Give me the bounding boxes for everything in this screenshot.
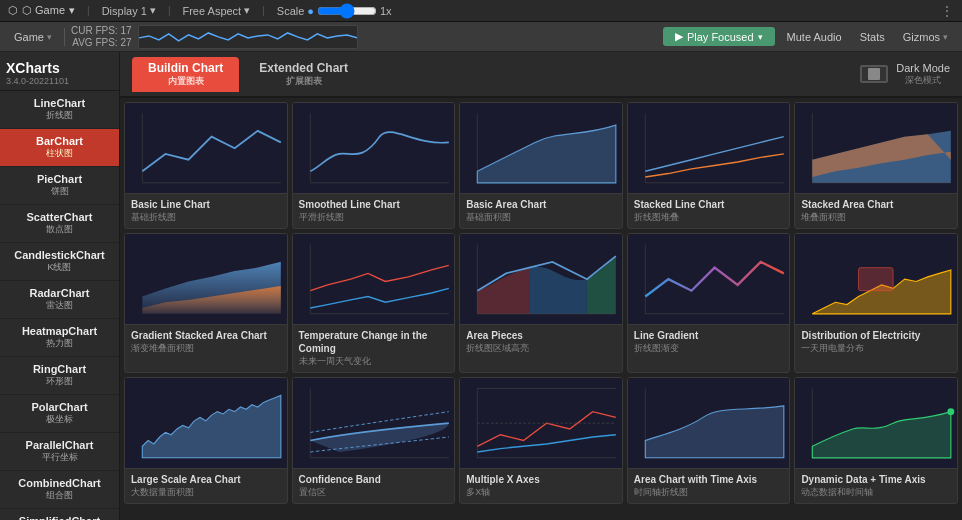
chart-title-2: Basic Area Chart [466, 198, 616, 211]
tab-extended[interactable]: Extended Chart 扩展图表 [243, 57, 364, 92]
sidebar-item-radarchart[interactable]: RadarChart 雷达图 [0, 281, 119, 319]
svg-rect-16 [293, 234, 455, 324]
chart-preview-2 [460, 103, 622, 193]
svg-rect-0 [125, 103, 287, 193]
chart-preview-10 [125, 378, 287, 468]
chart-title-10: Large Scale Area Chart [131, 473, 281, 486]
chart-info-13: Area Chart with Time Axis 时间轴折线图 [628, 468, 790, 503]
chart-card-14[interactable]: Dynamic Data + Time Axis 动态数据和时间轴 [794, 377, 958, 504]
chart-preview-12 [460, 378, 622, 468]
chart-preview-9 [795, 234, 957, 324]
sidebar-item-piechart[interactable]: PieChart 饼图 [0, 167, 119, 205]
mute-audio-button[interactable]: Mute Audio [781, 29, 848, 45]
display-item[interactable]: Display 1 ▾ [102, 4, 156, 17]
play-focused-label: Play Focused [687, 31, 754, 43]
chart-card-0[interactable]: Basic Line Chart 基础折线图 [124, 102, 288, 229]
chart-card-6[interactable]: Temperature Change in the Coming 未来一周天气变… [292, 233, 456, 373]
chart-title-8: Line Gradient [634, 329, 784, 342]
chart-subtitle-12: 多X轴 [466, 486, 616, 499]
scale-value: 1x [380, 5, 392, 17]
scale-slider[interactable] [317, 6, 377, 16]
sidebar-item-ringchart[interactable]: RingChart 环形图 [0, 357, 119, 395]
sidebar-item-parallelchart[interactable]: ParallelChart 平行坐标 [0, 433, 119, 471]
sep2: | [168, 5, 171, 16]
chart-info-10: Large Scale Area Chart 大数据量面积图 [125, 468, 287, 503]
sidebar-scatterchart-sub: 散点图 [8, 223, 111, 236]
chart-subtitle-6: 未来一周天气变化 [299, 355, 449, 368]
os-game-label[interactable]: ⬡ ⬡ Game ▾ [8, 4, 75, 17]
chart-card-2[interactable]: Basic Area Chart 基础面积图 [459, 102, 623, 229]
toolbar-game[interactable]: Game ▾ [8, 29, 58, 45]
sidebar-item-combinedchart[interactable]: CombinedChart 组合图 [0, 471, 119, 509]
gizmos-arrow: ▾ [943, 32, 948, 42]
game-text: ⬡ Game [22, 4, 65, 17]
chart-info-0: Basic Line Chart 基础折线图 [125, 193, 287, 228]
chart-info-4: Stacked Area Chart 堆叠面积图 [795, 193, 957, 228]
tab-buildin[interactable]: Buildin Chart 内置图表 [132, 57, 239, 92]
sidebar-simplifiedchart-title: SimplifiedChart [8, 515, 111, 520]
dark-mode-toggle[interactable]: Dark Mode 深色模式 [860, 62, 950, 87]
chart-subtitle-1: 平滑折线图 [299, 211, 449, 224]
chart-card-1[interactable]: Smoothed Line Chart 平滑折线图 [292, 102, 456, 229]
unity-toolbar: Game ▾ CUR FPS: 17 AVG FPS: 27 ▶ Play Fo… [0, 22, 962, 52]
scale-item: Scale ● 1x [277, 5, 392, 17]
sidebar-piechart-title: PieChart [8, 173, 111, 185]
chart-info-9: Distribution of Electricity 一天用电量分布 [795, 324, 957, 359]
chart-title-14: Dynamic Data + Time Axis [801, 473, 951, 486]
dark-mode-checkbox[interactable] [860, 65, 888, 83]
sep3: | [262, 5, 265, 16]
sidebar-ringchart-sub: 环形图 [8, 375, 111, 388]
chart-card-8[interactable]: Line Gradient 折线图渐变 [627, 233, 791, 373]
stats-button[interactable]: Stats [854, 29, 891, 45]
play-focused-button[interactable]: ▶ Play Focused ▾ [663, 27, 775, 46]
chart-subtitle-4: 堆叠面积图 [801, 211, 951, 224]
sidebar-heatmap-sub: 热力图 [8, 337, 111, 350]
sidebar-parallelchart-sub: 平行坐标 [8, 451, 111, 464]
aspect-label: Free Aspect [182, 5, 241, 17]
game-dropdown-arrow: ▾ [69, 4, 75, 17]
chart-card-13[interactable]: Area Chart with Time Axis 时间轴折线图 [627, 377, 791, 504]
aspect-item[interactable]: Free Aspect ▾ [182, 4, 250, 17]
chart-card-3[interactable]: Stacked Line Chart 折线图堆叠 [627, 102, 791, 229]
chart-preview-3 [628, 103, 790, 193]
sidebar-item-simplifiedchart[interactable]: SimplifiedChart [0, 509, 119, 520]
sep1: | [87, 5, 90, 16]
chart-subtitle-13: 时间轴折线图 [634, 486, 784, 499]
sidebar-linechart-sub: 折线图 [8, 109, 111, 122]
sidebar-item-linechart[interactable]: LineChart 折线图 [0, 91, 119, 129]
chart-card-4[interactable]: Stacked Area Chart 堆叠面积图 [794, 102, 958, 229]
sidebar-piechart-sub: 饼图 [8, 185, 111, 198]
main-layout: XCharts 3.4.0-20221101 LineChart 折线图 Bar… [0, 52, 962, 520]
chart-card-9[interactable]: Distribution of Electricity 一天用电量分布 [794, 233, 958, 373]
chart-card-7[interactable]: Area Pieces 折线图区域高亮 [459, 233, 623, 373]
dark-mode-text: Dark Mode [896, 62, 950, 74]
chart-card-11[interactable]: Confidence Band 置信区 [292, 377, 456, 504]
chart-subtitle-10: 大数据量面积图 [131, 486, 281, 499]
game-icon: ⬡ [8, 4, 18, 17]
sidebar-header: XCharts 3.4.0-20221101 [0, 52, 119, 91]
chart-card-5[interactable]: Gradient Stacked Area Chart 渐变堆叠面积图 [124, 233, 288, 373]
chart-title-0: Basic Line Chart [131, 198, 281, 211]
chart-subtitle-3: 折线图堆叠 [634, 211, 784, 224]
chart-subtitle-11: 置信区 [299, 486, 449, 499]
sidebar: XCharts 3.4.0-20221101 LineChart 折线图 Bar… [0, 52, 120, 520]
gizmos-button[interactable]: Gizmos ▾ [897, 29, 954, 45]
chart-preview-6 [293, 234, 455, 324]
sidebar-item-barchart[interactable]: BarChart 柱状图 [0, 129, 119, 167]
chart-card-10[interactable]: Large Scale Area Chart 大数据量面积图 [124, 377, 288, 504]
svg-rect-30 [293, 378, 455, 468]
sidebar-item-candlestickchart[interactable]: CandlestickChart K线图 [0, 243, 119, 281]
sidebar-item-scatterchart[interactable]: ScatterChart 散点图 [0, 205, 119, 243]
sidebar-candlestick-title: CandlestickChart [8, 249, 111, 261]
chart-subtitle-7: 折线图区域高亮 [466, 342, 616, 355]
sidebar-scatterchart-title: ScatterChart [8, 211, 111, 223]
chart-card-12[interactable]: Multiple X Axes 多X轴 [459, 377, 623, 504]
content-area: Buildin Chart 内置图表 Extended Chart 扩展图表 D… [120, 52, 962, 520]
chart-title-12: Multiple X Axes [466, 473, 616, 486]
aspect-arrow: ▾ [244, 4, 250, 17]
sidebar-logo-sub: 3.4.0-20221101 [6, 76, 113, 86]
sidebar-item-heatmapchart[interactable]: HeatmapChart 热力图 [0, 319, 119, 357]
os-dots: ⋮ [940, 3, 954, 19]
sidebar-item-polarchart[interactable]: PolarChart 极坐标 [0, 395, 119, 433]
chart-info-14: Dynamic Data + Time Axis 动态数据和时间轴 [795, 468, 957, 503]
